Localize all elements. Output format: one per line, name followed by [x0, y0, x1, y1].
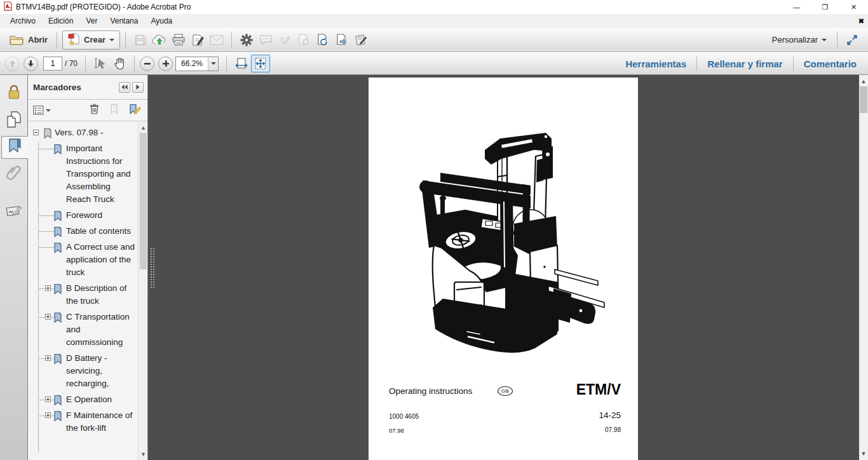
- toolbar-separator: [134, 55, 135, 72]
- fill-sign-panel-button[interactable]: Rellenar y firmar: [697, 58, 792, 69]
- personalize-label: Personalizar: [772, 35, 818, 44]
- print-icon: [172, 34, 186, 46]
- menu-item-4[interactable]: Ventana: [104, 15, 144, 27]
- security-settings-button[interactable]: [1, 83, 27, 105]
- select-cursor-icon: [93, 58, 107, 69]
- save-icon: [134, 34, 147, 46]
- zoom-level-select[interactable]: 66.2%: [175, 57, 219, 71]
- menu-item-5[interactable]: Ayuda: [144, 15, 179, 27]
- bookmark-label[interactable]: Vers. 07.98 -: [55, 126, 138, 139]
- delete-pages-button[interactable]: [294, 31, 313, 49]
- reading-mode-button[interactable]: [843, 31, 862, 49]
- bookmark-label[interactable]: Table of contents: [66, 225, 136, 238]
- next-page-button[interactable]: [24, 57, 38, 71]
- document-canvas[interactable]: Operating instructions GB ETM/V 1000 460…: [148, 75, 859, 460]
- signatures-button[interactable]: [1, 201, 27, 224]
- toolbar-separator: [85, 55, 86, 72]
- bookmarks-panel-header: Marcadores: [28, 75, 147, 100]
- menu-item-2[interactable]: Edición: [42, 15, 79, 27]
- zoom-in-button[interactable]: [158, 57, 173, 71]
- bookmark-ribbon-icon: [43, 128, 52, 141]
- folder-icon: [9, 34, 24, 46]
- bookmarks-options-button[interactable]: [33, 105, 51, 115]
- scroll-down-icon[interactable]: ▼: [859, 449, 868, 458]
- hand-icon: [114, 57, 126, 70]
- page-thumbnails-options-button[interactable]: [237, 31, 256, 49]
- open-button[interactable]: Abrir: [5, 31, 51, 49]
- upload-cloud-button[interactable]: [150, 31, 169, 49]
- edit-text-button[interactable]: T: [275, 31, 294, 49]
- chevron-down-icon: [208, 57, 218, 71]
- bookmark-label[interactable]: Foreword: [66, 209, 136, 222]
- expand-plus-icon[interactable]: [45, 355, 51, 361]
- scroll-up-icon[interactable]: ▲: [139, 123, 148, 132]
- create-button[interactable]: Crear: [62, 30, 120, 50]
- panel-splitter-handle[interactable]: [150, 248, 154, 288]
- expand-plus-icon[interactable]: [45, 314, 51, 320]
- bookmarks-scrollbar[interactable]: ▲ ▼: [138, 121, 147, 460]
- collapse-minus-icon[interactable]: [33, 130, 39, 135]
- page-text-section-page: 14-25: [599, 410, 621, 420]
- new-bookmark-button[interactable]: [129, 104, 141, 118]
- bookmark-label[interactable]: F Maintenance of the fork-lift: [66, 409, 136, 435]
- expand-panel-button[interactable]: [132, 82, 144, 93]
- hand-tool-button[interactable]: [110, 55, 129, 72]
- navigation-pane-strip: [0, 75, 28, 460]
- comment-button[interactable]: [256, 31, 275, 49]
- scroll-up-icon[interactable]: ▲: [859, 77, 868, 86]
- bookmark-label[interactable]: Important Instructions for Transporting …: [66, 142, 136, 206]
- scrollbar-thumb[interactable]: [140, 133, 147, 269]
- page-export-icon: [336, 34, 348, 46]
- bookmark-label[interactable]: D Battery - servicing, recharging,: [66, 352, 136, 390]
- select-tool-button[interactable]: [91, 55, 110, 72]
- bookmark-label[interactable]: B Description of the truck: [66, 282, 136, 308]
- export-button[interactable]: [332, 31, 351, 49]
- fit-page-button[interactable]: [251, 55, 270, 72]
- tools-panel-button[interactable]: Herramientas: [615, 58, 696, 69]
- page-thumbnails-button[interactable]: [1, 109, 27, 132]
- page-text-doc-number: 1000 4605: [389, 413, 419, 420]
- bookmark-item: F Maintenance of the fork-lift: [28, 409, 138, 435]
- restore-button[interactable]: ❐: [811, 0, 839, 14]
- expand-plus-icon[interactable]: [45, 412, 51, 418]
- attachments-button[interactable]: [1, 163, 27, 186]
- scroll-down-icon[interactable]: ▼: [139, 449, 148, 459]
- bookmark-label[interactable]: C Transportation and commissioning: [66, 311, 136, 349]
- previous-page-button[interactable]: [5, 57, 20, 71]
- email-button[interactable]: [207, 31, 226, 49]
- print-button[interactable]: [169, 31, 188, 49]
- delete-bookmark-button[interactable]: [90, 104, 99, 117]
- bookmark-label[interactable]: A Correct use and application of the tru…: [66, 241, 136, 279]
- page-count-label: / 70: [65, 59, 78, 68]
- close-button[interactable]: ✕: [839, 0, 868, 14]
- document-scrollbar[interactable]: ▲ ▼: [859, 75, 868, 460]
- menu-items: ArchivoEdiciónVerVentanaAyuda: [4, 15, 179, 27]
- menu-item-1[interactable]: Archivo: [4, 15, 42, 27]
- personalize-button[interactable]: Personalizar: [767, 35, 832, 44]
- bookmark-ribbon-icon: [53, 353, 62, 367]
- fit-width-button[interactable]: [232, 55, 251, 72]
- collapse-panel-button[interactable]: [119, 82, 130, 93]
- ocr-recognize-button[interactable]: [313, 31, 332, 49]
- paperclip-icon: [6, 165, 22, 184]
- menu-item-3[interactable]: Ver: [79, 15, 104, 27]
- zoom-out-button[interactable]: [140, 57, 154, 71]
- bookmarks-panel: Marcadores: [28, 75, 148, 460]
- expand-plus-icon[interactable]: [45, 285, 51, 291]
- forms-button[interactable]: [351, 31, 370, 49]
- expand-plus-icon[interactable]: [45, 396, 51, 402]
- bookmarks-panel-button[interactable]: [1, 136, 28, 159]
- form-edit-icon: [355, 34, 368, 46]
- bookmark-label[interactable]: E Operation: [66, 393, 136, 406]
- expand-current-bookmark-button[interactable]: [109, 104, 119, 117]
- page-text-model: ETM/V: [576, 381, 621, 398]
- page-number-input[interactable]: [43, 57, 62, 71]
- scrollbar-thumb[interactable]: [860, 86, 867, 113]
- sign-button[interactable]: [188, 31, 207, 49]
- minimize-button[interactable]: —: [782, 0, 811, 14]
- save-button[interactable]: [131, 31, 150, 49]
- options-list-icon: [33, 105, 44, 115]
- comment-panel-button[interactable]: Comentario: [794, 58, 859, 69]
- close-document-button[interactable]: ✖: [858, 17, 864, 25]
- page-text-date-right: 07.98: [605, 426, 621, 433]
